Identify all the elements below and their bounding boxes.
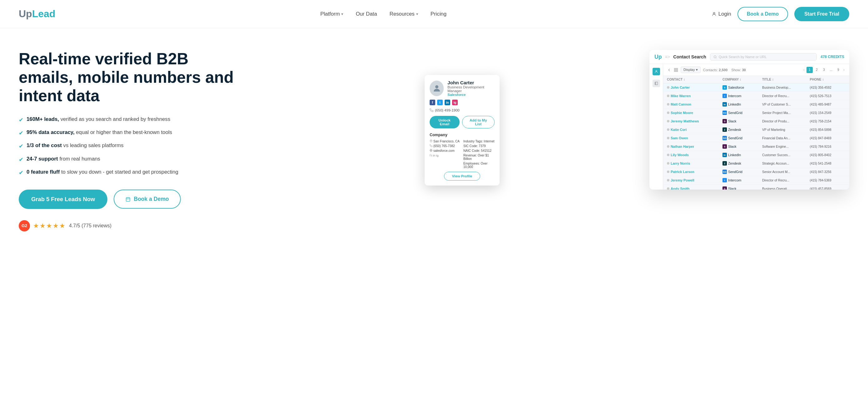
- company-naic: NAIC Code: 541512: [463, 149, 495, 152]
- page-2[interactable]: 2: [814, 67, 820, 73]
- title-cell: Director of Recru...: [762, 94, 810, 98]
- contact-name: Katie Cori: [667, 128, 722, 131]
- feature-1: ✔160M+ leads, verified as you search and…: [19, 115, 237, 124]
- book-demo-button[interactable]: Book a Demo: [738, 7, 788, 21]
- profile-footer: View Profile: [430, 172, 495, 180]
- svg-point-10: [656, 70, 657, 71]
- company-revenue: Revenue: Over $1 Billion: [463, 154, 495, 160]
- title-cell: Strategic Accoun...: [762, 162, 810, 165]
- company-logo: SG: [722, 170, 727, 174]
- feature-2: ✔95% data accuracy, equal or higher than…: [19, 128, 237, 137]
- globe-icon: [430, 149, 432, 152]
- grid-icon: [674, 68, 678, 72]
- prev-page-icon[interactable]: [802, 68, 806, 71]
- display-button[interactable]: Display ▾: [681, 66, 701, 73]
- add-to-list-button[interactable]: Add to My List: [462, 116, 495, 128]
- instagram-icon[interactable]: ig: [452, 100, 458, 105]
- grab-leads-button[interactable]: Grab 5 Free Leads Now: [19, 189, 107, 209]
- contact-name: Larry Norris: [667, 161, 722, 165]
- start-trial-button[interactable]: Start Free Trial: [794, 7, 849, 21]
- page-1[interactable]: 1: [806, 67, 813, 73]
- unlock-email-button[interactable]: Unlock Email: [430, 116, 460, 128]
- table-row[interactable]: Nathan Harper S Slack Software Engine...…: [663, 142, 849, 151]
- user-icon: [712, 11, 717, 17]
- table-row[interactable]: John Carter S Salesforce Business Develo…: [663, 83, 849, 92]
- title-cell: Senior Account M...: [762, 170, 810, 174]
- nav-pricing[interactable]: Pricing: [431, 11, 446, 17]
- prev-icon[interactable]: [667, 68, 671, 72]
- phone-cell: (415) 784-9216: [810, 145, 845, 148]
- phone-cell: (415) 485-9487: [810, 103, 845, 106]
- title-cell: VP of Marketing: [762, 128, 810, 131]
- contacts-label: Contacts: 2,500: [703, 68, 727, 72]
- person-dot: [667, 145, 670, 148]
- profile-phone: (650) 499-1900: [430, 108, 495, 112]
- g2-badge: G2: [19, 220, 30, 231]
- app-mockup: Up ≡> Contact Search Quick Search by Nam…: [649, 50, 849, 189]
- svg-point-8: [714, 56, 716, 58]
- svg-point-6: [431, 141, 431, 141]
- table-row[interactable]: Jeremy Matthews S Slack Director of Prod…: [663, 117, 849, 125]
- phone-cell: (415) 457-8569: [810, 187, 845, 190]
- feature-5: ✔0 feature fluff to slow you down - get …: [19, 168, 237, 177]
- person-dot: [667, 103, 670, 106]
- col-phone: PHONE ↕: [810, 78, 845, 81]
- table-row[interactable]: Mike Warren I Intercom Director of Recru…: [663, 92, 849, 100]
- company-logo: S: [722, 186, 727, 189]
- table-row[interactable]: Matt Cannon in LinkedIn VP of Customer S…: [663, 100, 849, 109]
- book-demo-hero-button[interactable]: Book a Demo: [114, 189, 181, 209]
- col-contact: CONTACT ↕: [667, 78, 722, 81]
- contact-name: Jeremy Powell: [667, 178, 722, 182]
- calendar-icon: [126, 197, 130, 202]
- company-cell: SG SendGrid: [722, 170, 762, 174]
- view-profile-button[interactable]: View Profile: [444, 172, 480, 180]
- company-cell: S Slack: [722, 144, 762, 149]
- next-page-icon[interactable]: [842, 68, 845, 71]
- sidebar-contacts-icon[interactable]: [653, 68, 660, 75]
- profile-header: John Carter Business Development Manager…: [430, 80, 495, 96]
- page-9[interactable]: 9: [835, 67, 841, 73]
- table-row[interactable]: Patrick Larson SG SendGrid Senior Accoun…: [663, 168, 849, 176]
- svg-rect-1: [126, 198, 130, 201]
- app-main: Display ▾ Contacts: 2,500 Show: 30 1 2 3…: [663, 64, 849, 189]
- phone-cell: (415) 847-3256: [810, 170, 845, 174]
- table-row[interactable]: Katie Cori Z Zendesk VP of Marketing (41…: [663, 125, 849, 134]
- title-cell: Senior Project Ma...: [762, 111, 810, 115]
- avatar: [430, 81, 444, 96]
- table-row[interactable]: Sophie Moore SG SendGrid Senior Project …: [663, 109, 849, 117]
- svg-line-9: [716, 57, 716, 58]
- table-row[interactable]: Lily Woods in LinkedIn Customer Succes..…: [663, 151, 849, 159]
- company-cell: in LinkedIn: [722, 153, 762, 157]
- app-search-box[interactable]: Quick Search by Name or URL: [710, 53, 817, 61]
- svg-rect-11: [655, 82, 657, 85]
- app-controls: Display ▾ Contacts: 2,500 Show: 30 1 2 3…: [663, 64, 849, 76]
- nav-platform[interactable]: Platform ▾: [320, 11, 343, 17]
- nav-our-data[interactable]: Our Data: [355, 11, 377, 17]
- logo-up: Up: [19, 8, 32, 19]
- facebook-icon[interactable]: f: [430, 100, 435, 105]
- page-3[interactable]: 3: [821, 67, 827, 73]
- sidebar-companies-icon[interactable]: [653, 80, 660, 87]
- login-link[interactable]: Login: [712, 11, 731, 17]
- hero-title: Real-time verified B2B emails, mobile nu…: [19, 50, 237, 105]
- logo: UpLead: [19, 8, 55, 20]
- company-cell: SG SendGrid: [722, 111, 762, 115]
- table-row[interactable]: Sam Owen SG SendGrid Financial Data An..…: [663, 134, 849, 142]
- table-header: CONTACT ↕ COMPANY ↕ TITLE ↕ PHONE ↕: [663, 76, 849, 83]
- person-dot: [667, 162, 670, 165]
- title-cell: Software Engine...: [762, 145, 810, 148]
- twitter-icon[interactable]: t: [437, 100, 443, 105]
- linkedin-icon[interactable]: in: [445, 100, 450, 105]
- show-label: Show: 30: [731, 68, 746, 72]
- nav-resources[interactable]: Resources ▾: [390, 11, 418, 17]
- check-icon: ✔: [19, 129, 23, 137]
- check-icon: ✔: [19, 116, 23, 124]
- svg-rect-13: [676, 68, 678, 69]
- company-cell: SG SendGrid: [722, 136, 762, 140]
- table-row[interactable]: Larry Norris Z Zendesk Strategic Accoun.…: [663, 159, 849, 168]
- table-row[interactable]: Jeremy Powell I Intercom Director of Rec…: [663, 176, 849, 185]
- table-row[interactable]: Andy Smith S Slack Business Operati... (…: [663, 185, 849, 189]
- company-logo: SG: [722, 136, 727, 140]
- location-icon: [430, 140, 432, 142]
- chevron-down-icon: ▾: [416, 12, 418, 16]
